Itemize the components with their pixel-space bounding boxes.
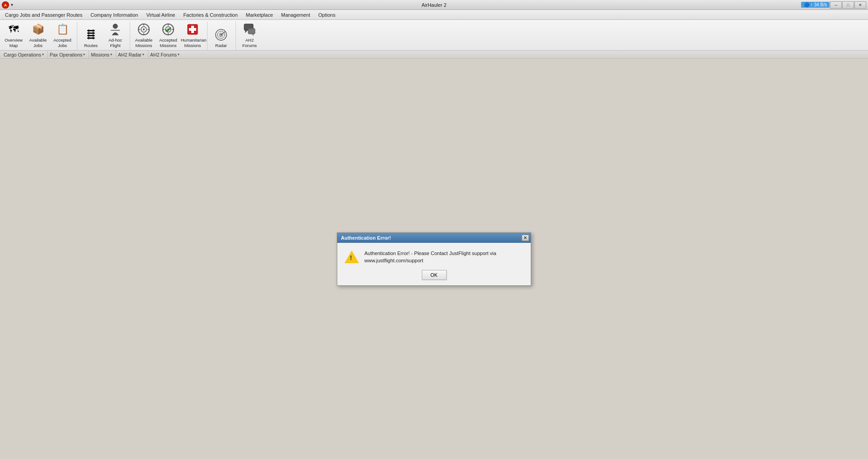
svg-marker-29 bbox=[251, 34, 254, 36]
ah2-forums-label: AH2 Forums bbox=[239, 38, 260, 48]
ribbon-tab-missions[interactable]: Missions ▾ bbox=[89, 51, 116, 58]
svg-point-2 bbox=[113, 24, 118, 28]
menu-item-cargo-jobs-and-passenger-routes[interactable]: Cargo Jobs and Passenger Routes bbox=[1, 10, 86, 19]
ah2-radar-group: Radar bbox=[209, 22, 236, 50]
accepted-missions-icon bbox=[161, 22, 175, 37]
cargo-operations-group: 🗺 OverviewMap 📦 AvailableJobs 📋 Accepted… bbox=[2, 22, 77, 50]
ribbon-tab-ah2-forums-arrow: ▾ bbox=[178, 52, 179, 57]
ribbon-tab-ah2-radar-arrow: ▾ bbox=[142, 52, 144, 57]
ribbon-tab-cargo-ops-label: Cargo Operations bbox=[4, 52, 41, 57]
network-speed-value: ↑ 34 B/s bbox=[811, 2, 827, 7]
dialog-body: Authentication Error! - Please Contact J… bbox=[337, 243, 531, 285]
network-icon: 🔵 bbox=[804, 2, 809, 7]
routes-label: Routes bbox=[84, 43, 98, 48]
humanitarian-missions-label: HumanitarianMissions bbox=[181, 38, 204, 48]
menu-item-factories--construction[interactable]: Factories & Construction bbox=[179, 10, 241, 19]
svg-point-6 bbox=[143, 28, 145, 30]
ad-hoc-flight-icon bbox=[108, 22, 123, 37]
ok-button[interactable]: OK bbox=[422, 270, 447, 280]
dialog-overlay: Authentication Error! ✕ Authentication E… bbox=[0, 59, 868, 459]
dialog-buttons: OK bbox=[344, 270, 524, 280]
accepted-jobs-icon: 📋 bbox=[55, 22, 70, 37]
routes-button[interactable]: 🛤 Routes bbox=[79, 25, 103, 49]
ribbon-tab-cargo-ops[interactable]: Cargo Operations ▾ bbox=[2, 51, 48, 58]
accepted-missions-label: AcceptedMissions bbox=[159, 38, 177, 48]
svg-rect-20 bbox=[189, 28, 196, 31]
available-missions-label: AvailableMissions bbox=[135, 38, 152, 48]
ribbon-tab-ah2-radar[interactable]: AH2 Radar ▾ bbox=[116, 51, 148, 58]
radar-icon bbox=[214, 28, 228, 42]
menu-item-options[interactable]: Options bbox=[314, 10, 340, 19]
available-jobs-label: AvailableJobs bbox=[29, 38, 47, 48]
accepted-jobs-label: AcceptedJobs bbox=[53, 38, 71, 48]
ribbon-tab-missions-label: Missions bbox=[91, 52, 109, 57]
title-bar-left: A ▾ bbox=[2, 1, 13, 9]
ribbon-tab-ah2-forums-label: AH2 Forums bbox=[150, 52, 177, 57]
svg-marker-27 bbox=[245, 30, 248, 33]
available-missions-button[interactable]: AvailableMissions bbox=[132, 21, 156, 49]
menu-item-marketplace[interactable]: Marketplace bbox=[242, 10, 277, 19]
ribbon-tab-pax-ops-label: Pax Operations bbox=[50, 52, 82, 57]
menu-item-company-information[interactable]: Company Information bbox=[86, 10, 142, 19]
svg-point-25 bbox=[220, 34, 222, 36]
main-content: Authentication Error! ✕ Authentication E… bbox=[0, 59, 868, 459]
available-jobs-button[interactable]: 📦 AvailableJobs bbox=[26, 21, 50, 49]
dialog-message-text: Authentication Error! - Please Contact J… bbox=[364, 250, 524, 264]
svg-text:A: A bbox=[4, 3, 7, 7]
missions-group: AvailableMissions AcceptedMissions bbox=[132, 22, 208, 50]
overview-map-button[interactable]: 🗺 OverviewMap bbox=[2, 21, 25, 49]
humanitarian-missions-icon bbox=[185, 22, 200, 37]
network-speed-badge: 🔵 ↑ 34 B/s bbox=[801, 2, 830, 8]
title-bar: A ▾ AirHauler 2 🔵 ↑ 34 B/s ─ □ ✕ bbox=[0, 0, 868, 10]
title-bar-title: AirHauler 2 bbox=[421, 2, 446, 8]
ah2-forums-button[interactable]: AH2 Forums bbox=[238, 21, 261, 49]
ribbon-tabs: Cargo Operations ▾ Pax Operations ▾ Miss… bbox=[0, 51, 868, 59]
radar-button[interactable]: Radar bbox=[209, 25, 233, 49]
ribbon-tab-pax-ops-arrow: ▾ bbox=[83, 52, 85, 57]
accepted-jobs-button[interactable]: 📋 AcceptedJobs bbox=[51, 21, 74, 49]
toolbar: 🗺 OverviewMap 📦 AvailableJobs 📋 Accepted… bbox=[0, 20, 868, 51]
dialog-title: Authentication Error! bbox=[341, 235, 391, 241]
dialog-message-row: Authentication Error! - Please Contact J… bbox=[344, 250, 524, 265]
ribbon-tab-ah2-radar-label: AH2 Radar bbox=[118, 52, 142, 57]
available-jobs-icon: 📦 bbox=[31, 22, 45, 37]
menu-bar: Cargo Jobs and Passenger RoutesCompany I… bbox=[0, 10, 868, 20]
overview-map-icon: 🗺 bbox=[6, 22, 21, 37]
minimize-button[interactable]: ─ bbox=[830, 1, 842, 9]
dialog-titlebar: Authentication Error! ✕ bbox=[337, 233, 531, 243]
ad-hoc-flight-button[interactable]: Ad-hocFlight bbox=[104, 21, 127, 49]
overview-map-label: OverviewMap bbox=[5, 38, 23, 48]
accepted-missions-button[interactable]: AcceptedMissions bbox=[156, 21, 180, 49]
humanitarian-missions-button[interactable]: HumanitarianMissions bbox=[181, 21, 204, 49]
restore-button[interactable]: □ bbox=[842, 1, 854, 9]
ad-hoc-flight-label: Ad-hocFlight bbox=[108, 38, 122, 48]
title-bar-controls: 🔵 ↑ 34 B/s ─ □ ✕ bbox=[801, 1, 866, 9]
menu-item-virtual-airline[interactable]: Virtual Airline bbox=[142, 10, 179, 19]
ribbon-tab-cargo-ops-arrow: ▾ bbox=[42, 52, 44, 57]
pax-operations-group: 🛤 Routes Ad-hocFlight bbox=[79, 22, 130, 50]
ribbon-tab-pax-ops[interactable]: Pax Operations ▾ bbox=[48, 51, 89, 58]
radar-label: Radar bbox=[215, 43, 227, 48]
ribbon-tab-ah2-forums[interactable]: AH2 Forums ▾ bbox=[148, 51, 183, 58]
svg-rect-28 bbox=[248, 28, 255, 34]
ribbon-tab-missions-arrow: ▾ bbox=[110, 52, 112, 57]
close-button[interactable]: ✕ bbox=[854, 1, 866, 9]
ah2-forums-group: AH2 Forums bbox=[238, 22, 264, 50]
warning-icon bbox=[344, 250, 359, 265]
title-bar-dropdown[interactable]: ▾ bbox=[11, 2, 13, 7]
dialog-close-button[interactable]: ✕ bbox=[522, 235, 529, 241]
app-icon: A bbox=[2, 1, 9, 9]
auth-error-dialog: Authentication Error! ✕ Authentication E… bbox=[337, 232, 531, 286]
available-missions-icon bbox=[137, 22, 151, 37]
menu-item-management[interactable]: Management bbox=[277, 10, 314, 19]
ah2-forums-icon bbox=[242, 22, 257, 37]
routes-icon: 🛤 bbox=[84, 28, 98, 42]
